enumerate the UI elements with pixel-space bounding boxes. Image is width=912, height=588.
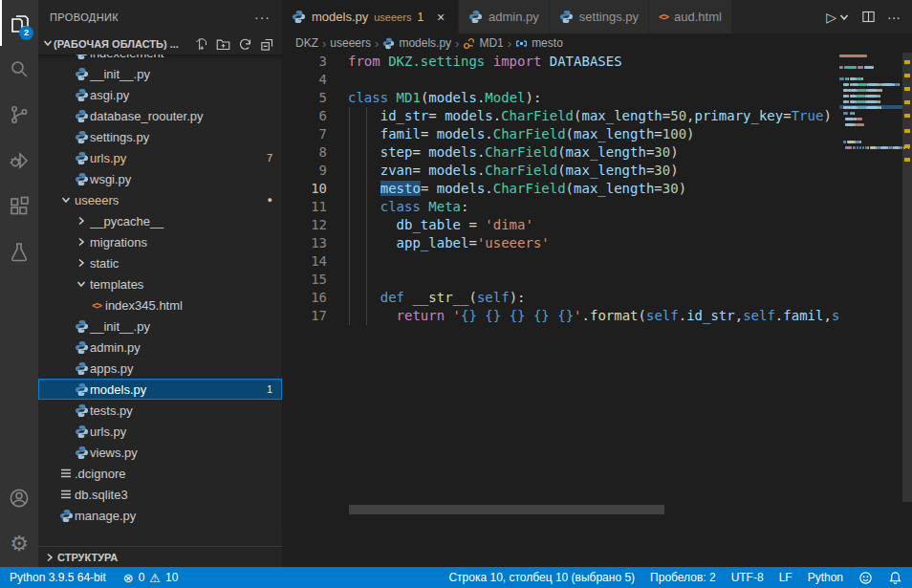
tree-file-wsgi-py[interactable]: wsgi.py: [38, 168, 282, 189]
code-text[interactable]: zvan= models.CharField(max_length=30): [348, 162, 839, 180]
token: models: [437, 126, 486, 142]
code-text[interactable]: famil= models.CharField(max_length=100): [348, 125, 839, 143]
line-number[interactable]: 9: [282, 162, 327, 180]
tree-file-db-sqlite3[interactable]: db.sqlite3: [38, 484, 282, 505]
workspace-section-header[interactable]: (РАБОЧАЯ ОБЛАСТЬ) ...: [38, 33, 282, 54]
tree-folder-static[interactable]: static: [38, 252, 282, 273]
tree-file-tests-py[interactable]: tests.py: [38, 400, 282, 421]
tree-file-index345-html[interactable]: <>index345.html: [38, 294, 282, 316]
breadcrumb-item-mesto[interactable]: mesto: [515, 36, 563, 50]
code-editor[interactable]: 3from DKZ.settings import DATABASES45cla…: [282, 53, 839, 567]
line-number[interactable]: 16: [282, 289, 327, 307]
run-python-file[interactable]: ▷: [826, 10, 836, 25]
code-line-4[interactable]: 4: [282, 71, 839, 89]
code-text[interactable]: class MD1(models.Model):: [348, 89, 839, 107]
split-editor[interactable]: [861, 10, 876, 24]
line-number[interactable]: 4: [282, 71, 327, 89]
token: ,: [735, 308, 743, 323]
line-number[interactable]: 14: [282, 252, 327, 271]
close-icon[interactable]: ×: [433, 10, 448, 25]
code-text[interactable]: app_label='useeers': [348, 234, 839, 252]
activitybar-run-debug[interactable]: [0, 138, 38, 184]
statusbar-indentation[interactable]: Пробелов: 2: [650, 571, 716, 584]
run-dropdown[interactable]: [838, 11, 850, 23]
tree-folder-templates[interactable]: templates: [38, 273, 282, 294]
tab-aud-html[interactable]: <>aud.html: [649, 0, 732, 33]
tab-settings-py[interactable]: settings.py: [550, 0, 649, 33]
tree-file-models-py[interactable]: models.py1: [38, 379, 282, 400]
statusbar-eol[interactable]: LF: [779, 571, 793, 584]
statusbar-problems[interactable]: ⊗0⚠10: [123, 571, 179, 585]
tree-file--init-py[interactable]: __init__.py: [38, 63, 282, 84]
activitybar-settings[interactable]: ⚙: [0, 521, 38, 567]
tree-file-database-roouter-py[interactable]: database_roouter.py: [38, 105, 282, 126]
statusbar-encoding[interactable]: UTF-8: [731, 571, 764, 584]
code-text[interactable]: return '{} {} {} {} {}'.format(self.id_s…: [348, 307, 839, 325]
code-text[interactable]: [348, 71, 839, 89]
sidebar-more-actions-icon[interactable]: ···: [254, 10, 271, 25]
new-file-icon[interactable]: [194, 37, 208, 52]
code-text[interactable]: id_str= models.CharField(max_length=50,p…: [348, 107, 839, 125]
code-line-3[interactable]: 3from DKZ.settings import DATABASES: [282, 53, 839, 71]
code-text[interactable]: [348, 252, 839, 271]
line-number[interactable]: 6: [282, 107, 327, 125]
code-text[interactable]: class Meta:: [348, 198, 839, 216]
tree-file-settings-py[interactable]: settings.py: [38, 126, 282, 147]
line-number[interactable]: 3: [282, 53, 327, 71]
minimap[interactable]: [839, 53, 902, 567]
activitybar-explorer[interactable]: 2: [0, 0, 38, 46]
code-text[interactable]: step= models.CharField(max_length=30): [348, 143, 839, 162]
activitybar-accounts[interactable]: [0, 475, 38, 521]
line-number[interactable]: 5: [282, 89, 327, 107]
tab-models-py[interactable]: models.pyuseeers1×: [282, 0, 459, 33]
activitybar-source-control[interactable]: [0, 92, 38, 138]
code-text[interactable]: [348, 271, 839, 289]
line-number[interactable]: 15: [282, 271, 327, 289]
line-number[interactable]: 10: [282, 180, 327, 198]
collapse-all-icon[interactable]: [260, 37, 274, 52]
tree-file-admin-py[interactable]: admin.py: [38, 337, 282, 358]
breadcrumb-item-models-py[interactable]: models.py: [382, 36, 451, 50]
line-number[interactable]: 11: [282, 198, 327, 216]
tree-folder--pycache-[interactable]: __pycache__: [38, 210, 282, 231]
code-text[interactable]: from DKZ.settings import DATABASES: [348, 53, 839, 71]
tree-folder-useeers[interactable]: useeers●: [38, 189, 282, 210]
outline-section-header[interactable]: СТРУКТУРА: [38, 546, 282, 567]
token: 'dima': [485, 217, 533, 232]
activitybar-search[interactable]: [0, 46, 38, 92]
tree-file--dcignore[interactable]: .dcignore: [38, 463, 282, 484]
tree-file-asgi-py[interactable]: asgi.py: [38, 84, 282, 105]
line-number[interactable]: 17: [282, 307, 327, 325]
statusbar-python-interpreter[interactable]: Python 3.9.5 64-bit: [10, 571, 106, 584]
tree-file-views-py[interactable]: views.py: [38, 442, 282, 463]
breadcrumb-item-useeers[interactable]: useeers: [330, 36, 371, 50]
new-folder-icon[interactable]: [216, 37, 230, 52]
line-number[interactable]: 13: [282, 234, 327, 252]
code-text[interactable]: mesto= models.CharField(max_length=30): [348, 180, 839, 198]
more-actions[interactable]: ···: [887, 10, 901, 25]
activitybar-testing[interactable]: [0, 229, 38, 275]
statusbar-cursor-position[interactable]: Строка 10, столбец 10 (выбрано 5): [448, 571, 635, 584]
tree-file--init-py[interactable]: __init__.py: [38, 316, 282, 337]
code-line-5[interactable]: 5class MD1(models.Model):: [282, 89, 839, 107]
tree-file-urls-py[interactable]: urls.py: [38, 421, 282, 442]
horizontal-scrollbar[interactable]: [349, 505, 664, 514]
breadcrumb-item-md1[interactable]: MD1: [463, 36, 503, 50]
tree-file-indexelement[interactable]: indexelement: [38, 54, 282, 63]
refresh-icon[interactable]: [238, 37, 252, 52]
statusbar-notifications-bell-icon[interactable]: [888, 571, 902, 585]
line-number[interactable]: 12: [282, 216, 327, 234]
line-number[interactable]: 7: [282, 125, 327, 143]
tree-folder-migrations[interactable]: migrations: [38, 231, 282, 252]
tree-file-manage-py[interactable]: manage.py: [38, 505, 282, 526]
breadcrumb-item-dkz[interactable]: DKZ: [295, 36, 318, 50]
code-text[interactable]: db_table = 'dima': [348, 216, 839, 234]
activitybar-extensions[interactable]: [0, 184, 38, 229]
statusbar-language-mode[interactable]: Python: [808, 571, 843, 584]
tree-file-urls-py[interactable]: urls.py7: [38, 147, 282, 168]
line-number[interactable]: 8: [282, 143, 327, 162]
statusbar-feedback-icon[interactable]: [858, 571, 873, 585]
tab-admin-py[interactable]: admin.py: [459, 0, 550, 33]
tree-file-apps-py[interactable]: apps.py: [38, 358, 282, 379]
code-text[interactable]: def __str__(self):: [348, 289, 839, 307]
